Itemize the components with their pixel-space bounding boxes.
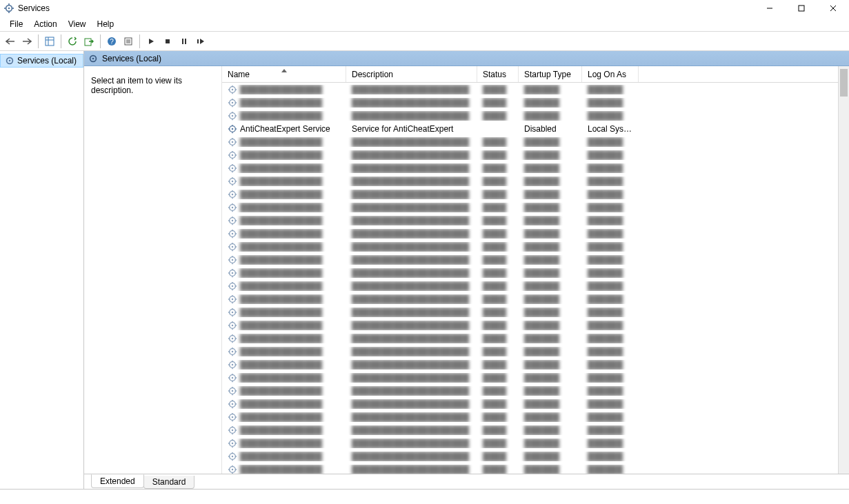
svg-point-128 bbox=[232, 298, 233, 299]
description-placeholder: Select an item to view its description. bbox=[91, 76, 182, 95]
service-rows[interactable]: ████████████████████████████████████████… bbox=[222, 83, 849, 474]
column-status[interactable]: Status bbox=[477, 66, 519, 82]
restart-service-button[interactable] bbox=[193, 34, 208, 49]
service-row-anticheat[interactable]: AntiCheatExpert ServiceService for AntiC… bbox=[222, 122, 849, 135]
svg-point-116 bbox=[232, 272, 233, 273]
cell-startup: Disabled bbox=[519, 124, 582, 134]
menu-action[interactable]: Action bbox=[28, 18, 62, 30]
service-row-blurred[interactable]: ████████████████████████████████████████… bbox=[222, 266, 849, 279]
service-row-blurred[interactable]: ████████████████████████████████████████… bbox=[222, 463, 849, 474]
service-row-blurred[interactable]: ████████████████████████████████████████… bbox=[222, 253, 849, 266]
service-row-blurred[interactable]: ████████████████████████████████████████… bbox=[222, 384, 849, 397]
service-row-blurred[interactable]: ████████████████████████████████████████… bbox=[222, 161, 849, 174]
export-button[interactable] bbox=[81, 34, 97, 49]
svg-point-1 bbox=[8, 8, 10, 10]
svg-point-158 bbox=[232, 363, 233, 365]
column-description[interactable]: Description bbox=[346, 66, 477, 82]
svg-rect-13 bbox=[85, 39, 91, 46]
service-row-blurred[interactable]: ████████████████████████████████████████… bbox=[222, 96, 849, 109]
svg-point-188 bbox=[232, 429, 233, 430]
column-startup[interactable]: Startup Type bbox=[519, 66, 582, 82]
service-row-blurred[interactable]: ████████████████████████████████████████… bbox=[222, 319, 849, 332]
service-row-blurred[interactable]: ████████████████████████████████████████… bbox=[222, 174, 849, 188]
svg-point-86 bbox=[232, 206, 233, 208]
service-row-blurred[interactable]: ████████████████████████████████████████… bbox=[222, 423, 849, 436]
service-list: Name Description Status Startup Type Log… bbox=[222, 66, 849, 474]
back-button[interactable] bbox=[3, 34, 18, 49]
svg-rect-7 bbox=[799, 6, 804, 11]
app-icon bbox=[4, 3, 14, 13]
service-row-blurred[interactable]: ████████████████████████████████████████… bbox=[222, 305, 849, 319]
menu-view[interactable]: View bbox=[63, 18, 92, 30]
menu-help[interactable]: Help bbox=[92, 18, 120, 30]
svg-marker-25 bbox=[200, 39, 204, 44]
description-pane: Select an item to view its description. bbox=[84, 66, 222, 474]
panel-header: Services (Local) bbox=[84, 51, 849, 66]
service-row-blurred[interactable]: ████████████████████████████████████████… bbox=[222, 83, 849, 96]
vertical-scrollbar[interactable] bbox=[838, 66, 849, 474]
svg-rect-22 bbox=[182, 39, 183, 44]
service-row-blurred[interactable]: ████████████████████████████████████████… bbox=[222, 397, 849, 410]
cell-name: AntiCheatExpert Service bbox=[222, 124, 346, 134]
tab-standard[interactable]: Standard bbox=[143, 476, 195, 489]
show-hide-tree-button[interactable] bbox=[42, 34, 57, 49]
service-row-blurred[interactable]: ████████████████████████████████████████… bbox=[222, 358, 849, 371]
svg-point-74 bbox=[232, 180, 233, 181]
cell-logon: Local Syste... bbox=[582, 124, 639, 134]
service-row-blurred[interactable]: ████████████████████████████████████████… bbox=[222, 279, 849, 292]
column-headers: Name Description Status Startup Type Log… bbox=[222, 66, 849, 83]
minimize-button[interactable] bbox=[754, 0, 786, 17]
service-row-blurred[interactable]: ████████████████████████████████████████… bbox=[222, 410, 849, 423]
service-row-blurred[interactable]: ████████████████████████████████████████… bbox=[222, 332, 849, 345]
svg-point-164 bbox=[232, 376, 233, 378]
pause-service-button[interactable] bbox=[177, 34, 192, 49]
stop-service-button[interactable] bbox=[160, 34, 175, 49]
svg-point-206 bbox=[232, 468, 233, 470]
service-row-blurred[interactable]: ████████████████████████████████████████… bbox=[222, 135, 849, 148]
svg-point-32 bbox=[232, 88, 233, 90]
refresh-button[interactable] bbox=[65, 34, 80, 49]
content-area: Select an item to view its description. … bbox=[84, 66, 849, 474]
svg-point-50 bbox=[232, 128, 233, 129]
service-row-blurred[interactable]: ████████████████████████████████████████… bbox=[222, 371, 849, 384]
svg-rect-24 bbox=[197, 39, 199, 43]
service-row-blurred[interactable]: ████████████████████████████████████████… bbox=[222, 148, 849, 161]
svg-point-27 bbox=[9, 60, 11, 62]
service-row-blurred[interactable]: ████████████████████████████████████████… bbox=[222, 214, 849, 227]
svg-point-56 bbox=[232, 141, 233, 142]
help-button[interactable]: ? bbox=[104, 34, 119, 49]
maximize-button[interactable] bbox=[786, 0, 817, 17]
service-row-blurred[interactable]: ████████████████████████████████████████… bbox=[222, 188, 849, 201]
svg-point-152 bbox=[232, 350, 233, 352]
tree-services-local[interactable]: Services (Local) bbox=[0, 54, 83, 68]
svg-rect-10 bbox=[46, 37, 54, 46]
column-name[interactable]: Name bbox=[222, 66, 346, 82]
close-button[interactable] bbox=[817, 0, 849, 17]
service-row-blurred[interactable]: ████████████████████████████████████████… bbox=[222, 109, 849, 122]
svg-point-170 bbox=[232, 390, 233, 391]
service-row-blurred[interactable]: ████████████████████████████████████████… bbox=[222, 436, 849, 450]
service-row-blurred[interactable]: ████████████████████████████████████████… bbox=[222, 201, 849, 214]
right-panel: Services (Local) Select an item to view … bbox=[84, 51, 849, 489]
tab-extended[interactable]: Extended bbox=[91, 474, 144, 488]
svg-marker-20 bbox=[149, 39, 154, 44]
forward-button[interactable] bbox=[19, 34, 34, 49]
svg-point-38 bbox=[232, 101, 233, 103]
service-row-blurred[interactable]: ████████████████████████████████████████… bbox=[222, 292, 849, 305]
view-tabs: Extended Standard bbox=[84, 474, 849, 489]
menu-file[interactable]: File bbox=[4, 18, 28, 30]
column-logon[interactable]: Log On As bbox=[582, 66, 639, 82]
svg-marker-30 bbox=[281, 69, 287, 72]
service-row-blurred[interactable]: ████████████████████████████████████████… bbox=[222, 227, 849, 240]
svg-point-182 bbox=[232, 416, 233, 417]
svg-point-146 bbox=[232, 337, 233, 339]
service-row-blurred[interactable]: ████████████████████████████████████████… bbox=[222, 345, 849, 358]
scrollbar-thumb[interactable] bbox=[840, 69, 848, 97]
service-row-blurred[interactable]: ████████████████████████████████████████… bbox=[222, 240, 849, 253]
service-row-blurred[interactable]: ████████████████████████████████████████… bbox=[222, 450, 849, 463]
start-service-button[interactable] bbox=[143, 34, 159, 49]
toolbar-separator bbox=[139, 34, 140, 48]
cell-description: Service for AntiCheatExpert bbox=[346, 124, 477, 134]
window-title: Services bbox=[18, 3, 754, 13]
properties-button[interactable] bbox=[121, 34, 136, 49]
